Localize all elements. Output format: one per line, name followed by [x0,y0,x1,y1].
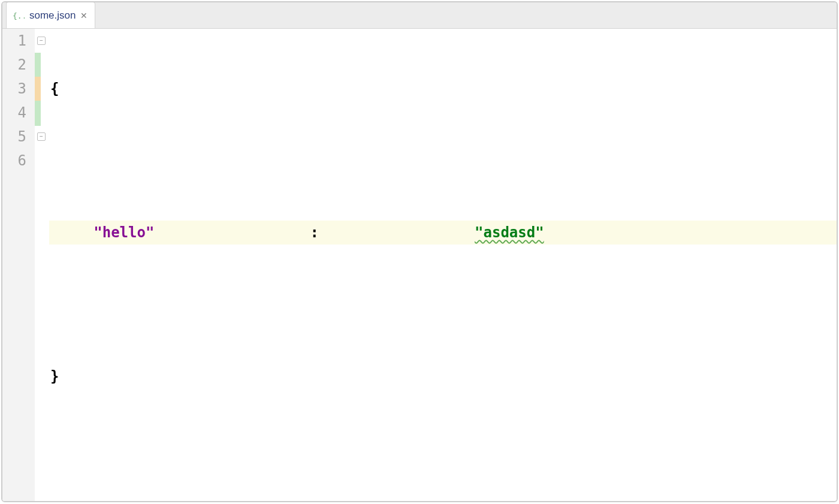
code-area[interactable]: { "hello" : "asdasd" } [49,29,837,502]
svg-text:{..}: {..} [13,11,25,20]
colon: : [310,224,319,241]
close-icon[interactable]: ✕ [80,11,87,20]
line-gutter: 1 2 3 4 5 6 [2,29,35,502]
json-key: "hello" [93,224,154,241]
fold-column: − − [41,29,49,502]
json-file-icon: {..} [13,10,25,22]
brace-close: } [50,368,59,385]
editor-body[interactable]: 1 2 3 4 5 6 − − { "hello" : [2,29,837,502]
change-marker-column [35,29,41,502]
ide-window: {..} some.json ✕ 1 2 3 4 5 6 [1,1,838,502]
fold-handle-open[interactable]: − [37,37,46,45]
json-value: "asdasd" [475,224,544,241]
fold-handle-close[interactable]: − [37,132,46,141]
current-line: "hello" : "asdasd" [49,221,837,245]
tab-label: some.json [29,10,76,22]
tab-bar: {..} some.json ✕ [2,2,837,29]
tab-some-json[interactable]: {..} some.json ✕ [6,2,95,28]
editor-pane-json: {..} some.json ✕ 1 2 3 4 5 6 [2,2,837,502]
brace-open: { [50,80,59,97]
